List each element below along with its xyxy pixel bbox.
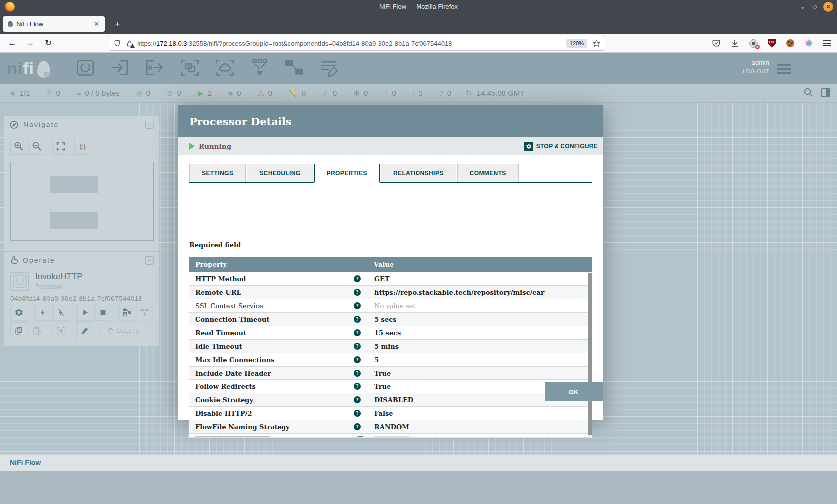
ublock-origin-icon[interactable]: UO	[767, 38, 777, 48]
value-column-header: Value	[369, 261, 545, 268]
property-help-icon[interactable]: ?	[354, 370, 361, 377]
sparkle-extension-icon[interactable]: ✳	[804, 38, 814, 48]
property-name: Follow Redirects	[195, 383, 354, 390]
property-row: Disable HTTP/2?False	[189, 407, 592, 420]
property-value: GET	[369, 272, 545, 285]
browser-menu-icon[interactable]	[822, 38, 832, 48]
tracking-shield-icon[interactable]	[113, 39, 121, 47]
dialog-tabs: SETTINGSSCHEDULINGPROPERTIESRELATIONSHIP…	[189, 164, 592, 183]
property-name: Idle Timeout	[195, 343, 354, 350]
property-value: 5 secs	[369, 313, 545, 326]
tab-settings[interactable]: SETTINGS	[189, 164, 246, 182]
property-row: Cookie Strategy?DISABLED	[189, 393, 592, 407]
table-scrollbar[interactable]	[588, 272, 592, 438]
bookmark-star-icon[interactable]	[592, 39, 601, 48]
processor-details-dialog: Processor Details Running STOP & CONFIGU…	[178, 105, 603, 420]
property-name: Include Date Header	[195, 370, 354, 377]
property-name: Connection Timeout	[195, 316, 354, 323]
property-name: FlowFile Naming Strategy	[195, 423, 354, 431]
property-help-icon[interactable]: ?	[354, 343, 361, 350]
property-row: Follow Redirects?True	[189, 380, 592, 393]
url-bar[interactable]: https://172.18.0.3:32558/nifi/?processGr…	[109, 36, 605, 51]
property-name: Max Idle Connections	[195, 356, 354, 364]
dialog-status-bar: Running STOP & CONFIGURE	[178, 137, 603, 155]
ok-button[interactable]: OK	[545, 382, 603, 401]
properties-table-body: HTTP Method?GETRemote URL?https://repo.s…	[189, 272, 592, 438]
scrollbar-thumb[interactable]	[588, 273, 592, 435]
property-help-icon[interactable]: ?	[354, 302, 361, 309]
window-shade-icon[interactable]: ⌄	[797, 1, 808, 12]
property-name: HTTP Method	[195, 275, 354, 283]
property-help-icon[interactable]: ?	[354, 275, 361, 282]
property-value: RANDOM	[369, 420, 545, 433]
stop-configure-gear-icon	[524, 142, 533, 151]
browser-tabstrip: NiFi Flow ✕ +	[0, 14, 837, 34]
properties-table-header: Property Value	[189, 257, 592, 272]
property-column-header: Property	[189, 261, 369, 268]
properties-table: Property Value HTTP Method?GETRemote URL…	[189, 257, 592, 438]
downloads-icon[interactable]	[730, 38, 740, 48]
property-name: Cookie Strategy	[195, 396, 354, 404]
property-row: HTTP Method?GET	[189, 272, 592, 286]
clipped-property-row	[189, 434, 592, 437]
property-value: True	[369, 380, 545, 393]
property-name: Remote URL	[195, 289, 354, 296]
property-value: True	[369, 367, 545, 379]
browser-toolbar: ← → ↻ https://172.18.0.3:32558/nifi/?pro…	[0, 34, 837, 53]
window-titlebar: NiFi Flow — Mozilla Firefox ⌄ ◇ ✕	[0, 0, 837, 14]
dialog-body: SETTINGSSCHEDULINGPROPERTIESRELATIONSHIP…	[178, 155, 603, 401]
lock-warning-icon	[130, 44, 135, 48]
property-help-icon[interactable]: ?	[354, 396, 361, 403]
property-row: Read Timeout?15 secs	[189, 326, 592, 340]
property-value: DISABLED	[369, 393, 545, 406]
nifi-favicon-icon	[8, 21, 13, 27]
window-title: NiFi Flow — Mozilla Firefox	[0, 0, 837, 14]
extension-disabled-icon[interactable]: ✕	[748, 38, 758, 48]
property-help-icon[interactable]: ?	[354, 383, 361, 390]
browser-tab-nifi-flow[interactable]: NiFi Flow ✕	[3, 16, 105, 32]
property-help-icon[interactable]: ?	[354, 316, 361, 323]
forward-button: →	[24, 37, 37, 50]
property-value: https://repo.stackable.tech/repository/m…	[369, 286, 545, 299]
required-field-label: Required field	[189, 241, 241, 249]
back-button[interactable]: ←	[6, 37, 19, 50]
tab-title: NiFi Flow	[16, 20, 92, 28]
property-value: 5 mins	[369, 340, 545, 353]
stop-and-configure-button[interactable]: STOP & CONFIGURE	[524, 142, 598, 151]
property-name: Read Timeout	[195, 329, 354, 337]
property-row: SSL Context Service?No value set	[189, 299, 592, 313]
reload-button[interactable]: ↻	[42, 37, 55, 50]
property-help-icon[interactable]: ?	[354, 410, 361, 417]
property-help-icon[interactable]: ?	[354, 329, 361, 336]
property-value: No value set	[369, 299, 545, 312]
property-value: 15 secs	[369, 326, 545, 339]
zoom-level-badge[interactable]: 120%	[566, 39, 587, 48]
property-help-icon[interactable]: ?	[354, 423, 361, 430]
tab-close-icon[interactable]: ✕	[92, 20, 101, 28]
tab-comments[interactable]: COMMENTS	[457, 164, 519, 182]
property-row: FlowFile Naming Strategy?RANDOM	[189, 420, 592, 434]
dialog-title: Processor Details	[189, 115, 292, 127]
property-row: Max Idle Connections?5	[189, 353, 592, 367]
tab-relationships[interactable]: RELATIONSHIPS	[381, 164, 456, 182]
window-close-icon[interactable]: ✕	[823, 2, 833, 12]
dialog-header: Processor Details	[178, 105, 603, 137]
property-row: Connection Timeout?5 secs	[189, 313, 592, 326]
property-help-icon[interactable]: ?	[354, 356, 361, 363]
property-row: Remote URL?https://repo.stackable.tech/r…	[189, 286, 592, 299]
tab-scheduling[interactable]: SCHEDULING	[247, 164, 313, 182]
property-name: SSL Context Service	[195, 302, 354, 310]
running-status-icon	[189, 143, 195, 150]
running-status-label: Running	[199, 142, 231, 150]
cookie-extension-icon[interactable]	[785, 38, 795, 48]
connection-lock-icon[interactable]	[126, 40, 133, 47]
url-text: https://172.18.0.3:32558/nifi/?processGr…	[137, 40, 566, 47]
tab-properties[interactable]: PROPERTIES	[314, 164, 380, 183]
property-row: Include Date Header?True	[189, 367, 592, 380]
window-maximize-icon[interactable]: ◇	[809, 1, 820, 12]
pocket-icon[interactable]	[711, 38, 721, 48]
property-row: Idle Timeout?5 mins	[189, 340, 592, 353]
new-tab-button[interactable]: +	[111, 18, 124, 31]
property-value: 5	[369, 353, 545, 366]
property-help-icon[interactable]: ?	[354, 289, 361, 296]
